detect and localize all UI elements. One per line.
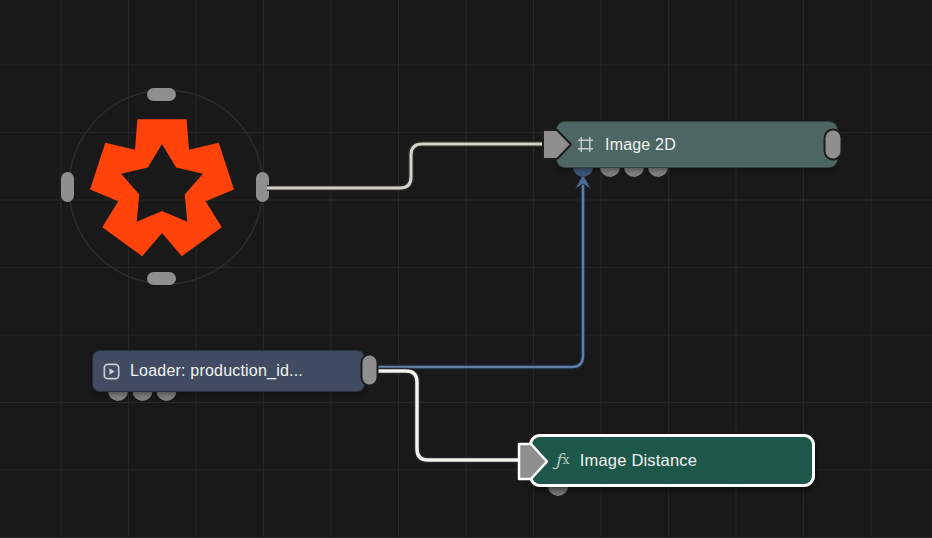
logo-selection-circle xyxy=(69,90,263,284)
edge-loader-distance-halo xyxy=(372,371,518,460)
node-loader[interactable]: Loader: production_id... xyxy=(92,350,365,392)
edge-arrowhead-up-icon xyxy=(575,174,591,189)
edge-loader-image2d-halo xyxy=(372,184,583,367)
node-image-distance-label: Image Distance xyxy=(580,451,697,470)
fx-function-icon: ƒx xyxy=(555,452,570,469)
logo-top-port[interactable] xyxy=(147,88,176,101)
node-image-distance[interactable]: ƒx Image Distance xyxy=(529,434,815,487)
frame-icon xyxy=(577,136,594,153)
play-icon xyxy=(102,362,121,381)
node-image-2d-label: Image 2D xyxy=(605,136,676,154)
node-loader-label: Loader: production_id... xyxy=(130,362,303,380)
edge-logo-image2d[interactable] xyxy=(267,144,548,188)
node-canvas[interactable]: { "app": { "description": "dark node-gra… xyxy=(0,0,932,538)
node-image-2d[interactable]: Image 2D xyxy=(556,121,838,168)
star-pentagon-logo-icon[interactable] xyxy=(90,119,234,256)
logo-left-port[interactable] xyxy=(61,172,74,202)
edge-loader-distance[interactable] xyxy=(372,371,518,460)
logo-right-port[interactable] xyxy=(256,172,269,202)
edge-logo-image2d-halo xyxy=(267,144,548,188)
edge-loader-image2d[interactable] xyxy=(372,184,583,367)
logo-bottom-port[interactable] xyxy=(147,272,176,285)
